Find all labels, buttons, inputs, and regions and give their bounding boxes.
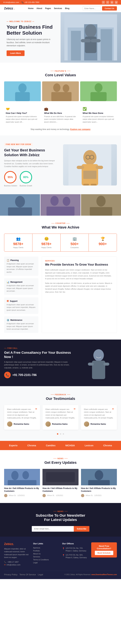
work-icon: 💼 [44,107,77,111]
logo[interactable]: Zebizz. [4,7,15,10]
counter-card-4: 🏆 900+ [89,234,117,252]
svg-point-34 [50,196,58,206]
feature-card-1-desc: A quaerat iste quam excepturi dolorem sa… [6,115,38,124]
newsletter-title: Subscribe To Our Newsletter For Latest U… [4,513,117,522]
cta-headline: Get A Free Consaltancy For Your Business… [4,350,77,359]
counter-label-3: Companies [63,247,86,248]
business-desc: Quisque vitae volutpat auctor to do befo… [4,159,58,168]
counter-num-1: 9878+ [7,242,30,246]
explore-company-link[interactable]: Explore our company [70,128,90,130]
footer-col-offices: Our Offices 📍 129 FXV 54, No. 723, Phase… [62,542,88,566]
testi-text-2: Etiam sollicitudin sequam seo minim cong… [46,408,76,420]
nav-blog[interactable]: Blog [65,7,70,10]
service-maintenance: ⚙️ Maintenance A dignissim vitae quam ac… [4,316,38,333]
footer-description: Aliquam imperdiet, dolor at malesuad eui… [4,548,30,559]
svg-rect-53 [88,480,110,485]
nav-home[interactable]: Home [28,7,34,10]
footer-offices-title: Our Offices [62,542,88,545]
learn-more-button[interactable]: Learn More [6,50,24,56]
services-desc-2: Nulla nisi nisi vulputate pretium. Ut ni… [45,282,114,294]
blog-date-2: 1/25/2021 [56,494,63,496]
counter-card-3: 🏢 500+ Companies [60,234,89,252]
nav-services[interactable]: Services [54,7,62,10]
svg-point-46 [11,471,18,480]
svg-rect-11 [15,92,30,101]
newsletter-input[interactable] [32,526,74,532]
navbar: Zebizz. Home About Pages Services Blog C… [0,4,121,12]
dot-1[interactable] [57,433,58,434]
terms-link[interactable]: Terms Of Service [20,573,36,576]
hero-description: Ullamcorp aut veniam quis at eros quaen … [6,38,53,48]
office-2: 📍 121 FXV 54, No. 824, Phase II, Gakey, … [62,554,88,559]
footer-link-2[interactable]: Portfolio [33,550,59,552]
team-image-1 [4,82,41,101]
team-image-strip-3 [81,194,121,216]
service-management-title: 📊 Management [6,281,36,283]
twitter-icon[interactable]: t [106,1,109,4]
services-main-title: We Provide Services To Grow Your Busines… [45,263,114,266]
testimonial-card-3: " Etiam sollicitudin sequam seo minim co… [81,405,117,430]
footer-col-cta: Need Free Consultation? Book Schedule [91,542,117,566]
hero-welcome-label: WELCOME TO ZEBIZZ [6,20,114,22]
brand-3: Camblex [46,444,56,447]
footer: Zebizz. Aliquam imperdiet, dolor at male… [0,536,121,579]
team-strip-svg-3 [81,194,121,216]
quote-icon-3: " [112,408,114,412]
avatar-1 [7,422,12,427]
top-phone: 📞 +00 123-456-7890 [22,1,39,4]
website-link[interactable]: www.DownloadNewThemes.com [91,574,117,576]
nav-pages[interactable]: Pages [45,7,51,10]
search-input[interactable] [83,6,101,10]
service-management: 📊 Management A dignissim vitae quam accu… [4,278,38,295]
counter-num-4: 900+ [91,242,114,246]
newsletter-subscribe-button[interactable]: Subscribe [74,526,89,532]
footer-link-6[interactable]: Legal [33,562,59,564]
google-icon[interactable]: g [115,1,118,4]
footer-cta-title: Need Free Consultation? [94,545,114,550]
footer-col-links: Our Links Apertura Portfolio About Us Se… [33,542,59,566]
services-section: 📋 Planning A dignissim vitae quam accums… [4,256,117,333]
testimonial-card-1: " Etiam sollicitudin sequam seo minim co… [4,405,40,430]
blog-author-1: Wilson St. [9,494,16,496]
counter-icon-4: 🏆 [91,237,114,241]
counter-label-1: Happy Clients [7,247,30,248]
dot-3[interactable] [63,433,64,434]
business-stats: 95% Business Solution 80% Business Growt… [4,171,58,187]
service-support-title: 🛠 Support [6,300,36,302]
testimonial-card-2: " Etiam sollicitudin sequam seo minim co… [42,405,78,430]
footer-col-brand: Zebizz. Aliquam imperdiet, dolor at male… [4,542,30,566]
blog-card-2: How do I Sell Affiliate Products to My C… [42,469,78,497]
blog-title-3: How do I Sell Affiliate Products to My C… [81,487,117,492]
testimonials-section: FEEDBACK Our Testimonials " Etiam sollic… [0,386,121,441]
feature-card-3-title: What We Have Done [83,112,115,114]
feature-card-1: 🤝 How Can I Help You? A quaerat iste qua… [4,105,40,125]
hero-text: WELCOME TO ZEBIZZ Your Business Find Bet… [6,20,114,56]
author-name-3: Romanina Samu [90,423,106,425]
blog-meta-2: Wilson St. 1/25/2021 [42,494,78,497]
service-planning: 📋 Planning A dignissim vitae quam accums… [4,256,38,276]
avatar-3 [84,422,89,427]
footer-link-1[interactable]: Apertura [33,547,59,549]
nav-about[interactable]: About [36,7,42,10]
facebook-icon[interactable]: f [102,1,105,4]
stat-2-circle: 80% [20,171,32,183]
team-strip [0,194,121,216]
blog-author-3: Wilson St. [86,494,93,496]
linkedin-icon[interactable]: in [110,1,114,4]
business-image [63,144,117,186]
blog-card-3: How do I Sell Affiliate Products to My C… [81,469,117,497]
dot-2[interactable] [60,433,61,434]
contact-button[interactable]: Contact Us [102,6,117,10]
legal-link[interactable]: Legal [38,573,43,576]
book-schedule-button[interactable]: Book Schedule [95,551,113,555]
footer-link-3[interactable]: About Us [33,553,59,555]
business-text: FIND NEW WAY FOR GROW Get Your Best Busi… [4,143,58,187]
privacy-policy-link[interactable]: Privacy Policy [4,573,18,576]
footer-link-4[interactable]: Services [33,556,59,558]
testi-text-3: Etiam sollicitudin sequam seo minim cong… [84,408,114,420]
team-strip-svg-1 [0,194,40,216]
top-bar: ✉ info@zebizz.com 📞 +00 123-456-7890 f t… [0,0,121,4]
footer-link-5[interactable]: Terms & Conditions [33,559,59,561]
newsletter-label: NEWS [4,510,117,512]
blog-image-1 [4,469,40,485]
